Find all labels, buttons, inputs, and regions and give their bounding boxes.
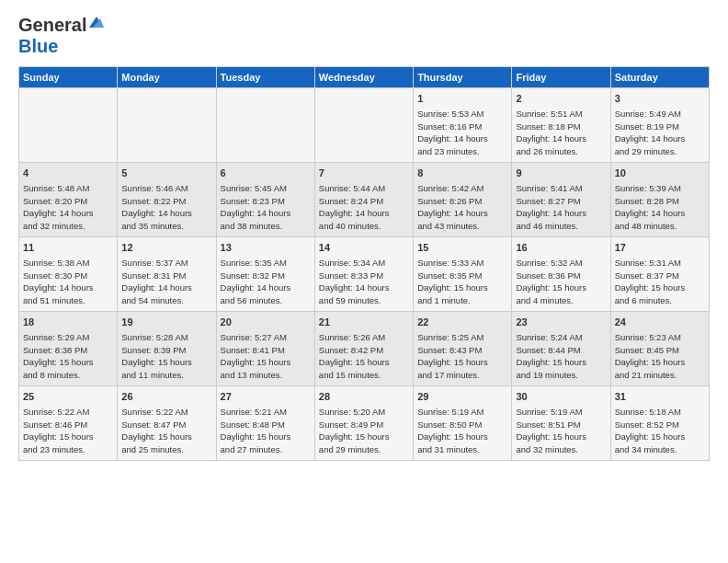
col-header-wednesday: Wednesday [314,67,413,88]
calendar-cell: 10Sunrise: 5:39 AM Sunset: 8:28 PM Dayli… [610,163,709,237]
day-number: 7 [319,167,409,181]
day-number: 29 [417,390,507,405]
day-info: Sunrise: 5:21 AM Sunset: 8:48 PM Dayligh… [221,406,311,456]
day-info: Sunrise: 5:46 AM Sunset: 8:22 PM Dayligh… [121,182,211,233]
day-info: Sunrise: 5:26 AM Sunset: 8:42 PM Dayligh… [319,331,409,382]
calendar-cell: 22Sunrise: 5:25 AM Sunset: 8:43 PM Dayli… [414,312,512,386]
header: General Blue [18,15,710,57]
day-number: 28 [319,390,409,405]
calendar-cell: 20Sunrise: 5:27 AM Sunset: 8:41 PM Dayli… [216,312,314,386]
calendar-cell: 4Sunrise: 5:48 AM Sunset: 8:20 PM Daylig… [19,163,118,237]
day-number: 20 [221,316,311,330]
calendar-cell: 11Sunrise: 5:38 AM Sunset: 8:30 PM Dayli… [19,237,118,312]
calendar-cell [216,88,314,163]
logo: General Blue [18,15,104,57]
day-number: 8 [417,167,507,181]
day-info: Sunrise: 5:32 AM Sunset: 8:36 PM Dayligh… [516,257,606,307]
calendar-cell: 9Sunrise: 5:41 AM Sunset: 8:27 PM Daylig… [512,163,610,237]
calendar-cell [314,88,413,163]
calendar-cell: 23Sunrise: 5:24 AM Sunset: 8:44 PM Dayli… [512,312,610,386]
day-info: Sunrise: 5:25 AM Sunset: 8:43 PM Dayligh… [417,331,507,382]
day-number: 21 [319,316,409,330]
calendar-cell: 16Sunrise: 5:32 AM Sunset: 8:36 PM Dayli… [512,237,610,312]
calendar-cell: 24Sunrise: 5:23 AM Sunset: 8:45 PM Dayli… [610,312,709,386]
calendar-cell: 5Sunrise: 5:46 AM Sunset: 8:22 PM Daylig… [118,163,216,237]
day-number: 14 [319,241,409,256]
day-number: 1 [417,92,507,107]
col-header-saturday: Saturday [610,67,709,88]
day-number: 13 [221,241,311,256]
calendar-cell: 14Sunrise: 5:34 AM Sunset: 8:33 PM Dayli… [314,237,413,312]
calendar-cell: 1Sunrise: 5:53 AM Sunset: 8:16 PM Daylig… [414,88,512,163]
day-number: 27 [221,390,311,405]
day-info: Sunrise: 5:34 AM Sunset: 8:33 PM Dayligh… [319,257,409,307]
calendar-cell [118,88,216,163]
day-info: Sunrise: 5:23 AM Sunset: 8:45 PM Dayligh… [615,331,705,382]
calendar-cell: 2Sunrise: 5:51 AM Sunset: 8:18 PM Daylig… [512,88,610,163]
col-header-thursday: Thursday [414,67,512,88]
page: General Blue SundayMondayTuesdayWednesda… [0,0,728,563]
day-info: Sunrise: 5:31 AM Sunset: 8:37 PM Dayligh… [615,257,705,307]
day-info: Sunrise: 5:39 AM Sunset: 8:28 PM Dayligh… [615,182,705,233]
calendar-cell: 8Sunrise: 5:42 AM Sunset: 8:26 PM Daylig… [414,163,512,237]
day-info: Sunrise: 5:45 AM Sunset: 8:23 PM Dayligh… [221,182,311,233]
week-row-2: 4Sunrise: 5:48 AM Sunset: 8:20 PM Daylig… [19,163,710,237]
day-number: 2 [516,92,606,107]
day-number: 15 [417,241,507,256]
col-header-friday: Friday [512,67,610,88]
day-number: 18 [23,316,113,330]
calendar-cell: 6Sunrise: 5:45 AM Sunset: 8:23 PM Daylig… [216,163,314,237]
calendar-cell: 27Sunrise: 5:21 AM Sunset: 8:48 PM Dayli… [216,386,314,461]
calendar-cell [19,88,118,163]
day-number: 9 [516,167,606,181]
calendar-cell: 7Sunrise: 5:44 AM Sunset: 8:24 PM Daylig… [314,163,413,237]
calendar-table: SundayMondayTuesdayWednesdayThursdayFrid… [18,66,710,461]
logo-blue: Blue [18,36,58,56]
day-info: Sunrise: 5:24 AM Sunset: 8:44 PM Dayligh… [516,331,606,382]
day-info: Sunrise: 5:27 AM Sunset: 8:41 PM Dayligh… [221,331,311,382]
day-number: 12 [121,241,211,256]
day-info: Sunrise: 5:53 AM Sunset: 8:16 PM Dayligh… [417,108,507,158]
calendar-cell: 15Sunrise: 5:33 AM Sunset: 8:35 PM Dayli… [414,237,512,312]
day-number: 5 [121,167,211,181]
day-number: 10 [615,167,705,181]
day-number: 6 [221,167,311,181]
logo-text: General Blue [18,15,104,57]
day-number: 30 [516,390,606,405]
day-info: Sunrise: 5:37 AM Sunset: 8:31 PM Dayligh… [121,257,211,307]
calendar-cell: 18Sunrise: 5:29 AM Sunset: 8:38 PM Dayli… [19,312,118,386]
calendar-cell: 30Sunrise: 5:19 AM Sunset: 8:51 PM Dayli… [512,386,610,461]
day-number: 16 [516,241,606,256]
day-number: 23 [516,316,606,330]
col-header-sunday: Sunday [19,67,118,88]
day-info: Sunrise: 5:41 AM Sunset: 8:27 PM Dayligh… [516,182,606,233]
day-number: 11 [23,241,113,256]
calendar-cell: 17Sunrise: 5:31 AM Sunset: 8:37 PM Dayli… [610,237,709,312]
day-number: 31 [615,390,705,405]
day-number: 17 [615,241,705,256]
day-info: Sunrise: 5:29 AM Sunset: 8:38 PM Dayligh… [23,331,113,382]
week-row-4: 18Sunrise: 5:29 AM Sunset: 8:38 PM Dayli… [19,312,710,386]
day-info: Sunrise: 5:33 AM Sunset: 8:35 PM Dayligh… [417,257,507,307]
day-info: Sunrise: 5:38 AM Sunset: 8:30 PM Dayligh… [23,257,113,307]
day-number: 3 [615,92,705,107]
col-header-tuesday: Tuesday [216,67,314,88]
day-number: 26 [121,390,211,405]
week-row-5: 25Sunrise: 5:22 AM Sunset: 8:46 PM Dayli… [19,386,710,461]
day-number: 22 [417,316,507,330]
day-info: Sunrise: 5:22 AM Sunset: 8:47 PM Dayligh… [121,406,211,456]
day-info: Sunrise: 5:28 AM Sunset: 8:39 PM Dayligh… [121,331,211,382]
day-number: 24 [615,316,705,330]
day-number: 25 [23,390,113,405]
logo-arrow-icon [87,15,104,31]
calendar-cell: 26Sunrise: 5:22 AM Sunset: 8:47 PM Dayli… [118,386,216,461]
calendar-cell: 13Sunrise: 5:35 AM Sunset: 8:32 PM Dayli… [216,237,314,312]
day-info: Sunrise: 5:22 AM Sunset: 8:46 PM Dayligh… [23,406,113,456]
day-info: Sunrise: 5:51 AM Sunset: 8:18 PM Dayligh… [516,108,606,158]
header-row: SundayMondayTuesdayWednesdayThursdayFrid… [19,67,710,88]
calendar-cell: 31Sunrise: 5:18 AM Sunset: 8:52 PM Dayli… [610,386,709,461]
col-header-monday: Monday [118,67,216,88]
day-info: Sunrise: 5:20 AM Sunset: 8:49 PM Dayligh… [319,406,409,456]
calendar-cell: 3Sunrise: 5:49 AM Sunset: 8:19 PM Daylig… [610,88,709,163]
calendar-cell: 25Sunrise: 5:22 AM Sunset: 8:46 PM Dayli… [19,386,118,461]
